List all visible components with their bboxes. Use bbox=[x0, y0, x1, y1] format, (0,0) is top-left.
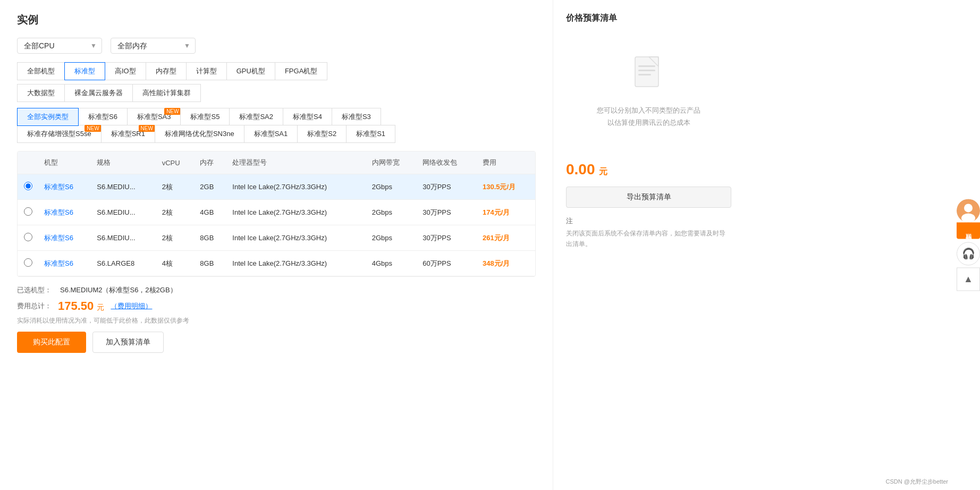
processor-cell: Intel Ice Lake(2.7GHz/3.3GHz) bbox=[227, 200, 366, 225]
tab-s5[interactable]: 标准型S5 bbox=[180, 108, 230, 126]
tab-high-io[interactable]: 高IO型 bbox=[105, 62, 146, 80]
fee-detail-link[interactable]: （费用明细） bbox=[111, 301, 152, 311]
price-cell: 348元/月 bbox=[477, 251, 535, 276]
type-link[interactable]: 标准型S6 bbox=[44, 259, 73, 267]
price-notice: 实际消耗以使用情况为准，可能低于此价格，此数据仅供参考 bbox=[17, 316, 536, 325]
selected-model-row: 已选机型： S6.MEDIUM2（标准型S6，2核2GB） bbox=[17, 285, 536, 295]
machine-type-row1: 全部机型 标准型 高IO型 内存型 计算型 GPU机型 FPGA机型 bbox=[17, 62, 536, 80]
type-link[interactable]: 标准型S6 bbox=[44, 208, 73, 216]
instance-type-row2: 标准存储增强型S5se NEW 标准型SR1 NEW 标准网络优化型SN3ne … bbox=[17, 125, 536, 142]
tab-compute[interactable]: 计算型 bbox=[186, 62, 227, 80]
type-link[interactable]: 标准型S6 bbox=[44, 234, 73, 242]
watermark: CSDN @允野尘步better bbox=[885, 478, 948, 486]
empty-doc-icon bbox=[577, 56, 721, 96]
total-price: 175.50 元 bbox=[58, 299, 104, 313]
buy-button[interactable]: 购买此配置 bbox=[17, 332, 86, 353]
action-buttons: 购买此配置 加入预算清单 bbox=[17, 332, 536, 353]
pps-cell: 30万PPS bbox=[417, 174, 477, 200]
empty-text-line1: 您可以分别加入不同类型的云产品 bbox=[577, 104, 721, 116]
bandwidth-cell: 2Gbps bbox=[367, 200, 418, 225]
spec-cell: S6.MEDIU... bbox=[91, 174, 156, 200]
table-row[interactable]: 标准型S6 S6.MEDIU... 2核 4GB Intel Ice Lake(… bbox=[18, 200, 535, 225]
note-text: 关闭该页面后系统不会保存清单内容，如您需要请及时导出清单。 bbox=[566, 228, 731, 250]
spec-cell: S6.MEDIU... bbox=[91, 200, 156, 225]
tab-all-machine[interactable]: 全部机型 bbox=[17, 62, 65, 80]
svg-rect-3 bbox=[638, 74, 651, 75]
price-cell: 130.5元/月 bbox=[477, 174, 535, 200]
row-radio[interactable] bbox=[24, 233, 32, 241]
headset-icon: 🎧 bbox=[962, 248, 975, 260]
vcpu-cell: 2核 bbox=[157, 200, 195, 225]
tab-hpc[interactable]: 高性能计算集群 bbox=[132, 84, 201, 102]
instance-type-section: 全部实例类型 标准型S6 标准型SA3 NEW 标准型S5 标准型SA2 标准型… bbox=[17, 108, 536, 142]
tab-s2[interactable]: 标准型S2 bbox=[297, 125, 347, 143]
note-title: 注 bbox=[566, 216, 731, 226]
tab-gpu[interactable]: GPU机型 bbox=[226, 62, 275, 80]
tab-s6[interactable]: 标准型S6 bbox=[78, 108, 128, 126]
tab-fpga[interactable]: FPGA机型 bbox=[275, 62, 327, 80]
pps-cell: 30万PPS bbox=[417, 200, 477, 225]
machine-type-row2: 大数据型 裸金属云服务器 高性能计算集群 bbox=[17, 84, 536, 102]
memory-cell: 8GB bbox=[195, 225, 227, 251]
tab-standard[interactable]: 标准型 bbox=[64, 62, 105, 80]
price-cell: 174元/月 bbox=[477, 200, 535, 225]
tab-sa3[interactable]: 标准型SA3 NEW bbox=[127, 108, 181, 126]
tab-s3[interactable]: 标准型S3 bbox=[332, 108, 381, 126]
memory-filter[interactable]: 全部内存1GB2GB4GB8GB16GB32GB ▼ bbox=[111, 38, 196, 54]
sr1-badge: NEW bbox=[139, 125, 155, 132]
th-type: 机型 bbox=[39, 151, 91, 174]
row-radio[interactable] bbox=[24, 207, 32, 216]
pps-cell: 60万PPS bbox=[417, 251, 477, 276]
tab-sr1[interactable]: 标准型SR1 NEW bbox=[101, 125, 155, 143]
add-to-budget-button[interactable]: 加入预算清单 bbox=[92, 332, 164, 353]
svg-rect-2 bbox=[638, 70, 655, 71]
panel-title: 价格预算清单 bbox=[566, 13, 731, 24]
th-bandwidth: 内网带宽 bbox=[367, 151, 418, 174]
bandwidth-cell: 2Gbps bbox=[367, 225, 418, 251]
scroll-top-button[interactable]: ▲ bbox=[957, 268, 980, 291]
tab-bare-metal[interactable]: 裸金属云服务器 bbox=[64, 84, 133, 102]
spec-table-scroll[interactable]: 机型 规格 vCPU 内存 处理器型号 内网带宽 网络收发包 费用 bbox=[18, 151, 535, 276]
total-row: 费用总计： 175.50 元 （费用明细） bbox=[17, 299, 536, 313]
sales-contact-button[interactable]: 联系销售 bbox=[957, 222, 980, 239]
tab-s4[interactable]: 标准型S4 bbox=[283, 108, 332, 126]
spec-cell: S6.LARGE8 bbox=[91, 251, 156, 276]
selected-label: 已选机型： bbox=[17, 285, 52, 295]
type-link[interactable]: 标准型S6 bbox=[44, 183, 73, 191]
table-row[interactable]: 标准型S6 S6.LARGE8 4核 8GB Intel Ice Lake(2.… bbox=[18, 251, 535, 276]
svg-rect-1 bbox=[638, 65, 655, 67]
th-spec: 规格 bbox=[91, 151, 156, 174]
headset-button[interactable]: 🎧 bbox=[957, 242, 980, 266]
row-radio[interactable] bbox=[24, 182, 32, 190]
spec-table-container: 机型 规格 vCPU 内存 处理器型号 内网带宽 网络收发包 费用 bbox=[17, 151, 536, 277]
price-cell: 261元/月 bbox=[477, 225, 535, 251]
empty-text-line2: 以估算使用腾讯云的总成本 bbox=[577, 116, 721, 129]
tab-sa2[interactable]: 标准型SA2 bbox=[229, 108, 283, 126]
processor-cell: Intel Ice Lake(2.7GHz/3.3GHz) bbox=[227, 174, 366, 200]
svg-rect-0 bbox=[635, 57, 658, 87]
page-title: 实例 bbox=[17, 13, 536, 27]
bandwidth-cell: 4Gbps bbox=[367, 251, 418, 276]
export-budget-button[interactable]: 导出预算清单 bbox=[566, 187, 731, 208]
total-label: 费用总计： bbox=[17, 301, 52, 311]
cpu-select[interactable]: 全部CPUIntelAMD海光 bbox=[17, 38, 102, 54]
tab-bigdata[interactable]: 大数据型 bbox=[17, 84, 65, 102]
th-pps: 网络收发包 bbox=[417, 151, 477, 174]
tab-s1[interactable]: 标准型S1 bbox=[346, 125, 395, 143]
tab-memory[interactable]: 内存型 bbox=[146, 62, 187, 80]
vcpu-cell: 2核 bbox=[157, 225, 195, 251]
tab-all-instance-types[interactable]: 全部实例类型 bbox=[17, 108, 79, 126]
arrow-up-icon: ▲ bbox=[964, 274, 973, 285]
bandwidth-cell: 2Gbps bbox=[367, 174, 418, 200]
tab-s5se[interactable]: 标准存储增强型S5se NEW bbox=[17, 125, 102, 143]
svg-point-5 bbox=[964, 204, 973, 212]
instance-type-row1: 全部实例类型 标准型S6 标准型SA3 NEW 标准型S5 标准型SA2 标准型… bbox=[17, 108, 536, 125]
cpu-filter[interactable]: 全部CPUIntelAMD海光 ▼ bbox=[17, 38, 102, 54]
tab-sa1[interactable]: 标准型SA1 bbox=[244, 125, 298, 143]
table-row[interactable]: 标准型S6 S6.MEDIU... 2核 2GB Intel Ice Lake(… bbox=[18, 174, 535, 200]
memory-select[interactable]: 全部内存1GB2GB4GB8GB16GB32GB bbox=[111, 38, 196, 54]
filter-row: 全部CPUIntelAMD海光 ▼ 全部内存1GB2GB4GB8GB16GB32… bbox=[17, 38, 536, 54]
row-radio[interactable] bbox=[24, 258, 32, 267]
tab-sn3ne[interactable]: 标准网络优化型SN3ne bbox=[155, 125, 244, 143]
table-row[interactable]: 标准型S6 S6.MEDIU... 2核 8GB Intel Ice Lake(… bbox=[18, 225, 535, 251]
